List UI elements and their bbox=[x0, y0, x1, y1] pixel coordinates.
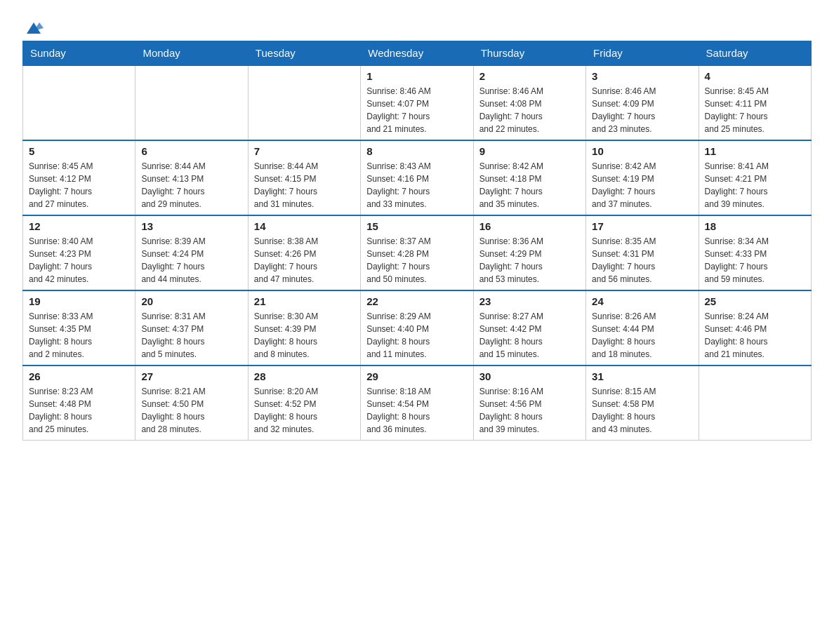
column-header-tuesday: Tuesday bbox=[248, 41, 360, 66]
day-number: 4 bbox=[705, 70, 805, 82]
calendar-header-row: SundayMondayTuesdayWednesdayThursdayFrid… bbox=[23, 41, 812, 66]
calendar-cell: 29Sunrise: 8:18 AMSunset: 4:54 PMDayligh… bbox=[361, 365, 473, 441]
day-info: Sunrise: 8:37 AMSunset: 4:28 PMDaylight:… bbox=[366, 235, 467, 286]
day-info: Sunrise: 8:46 AMSunset: 4:08 PMDaylight:… bbox=[479, 85, 580, 135]
day-number: 15 bbox=[366, 220, 467, 232]
day-info: Sunrise: 8:35 AMSunset: 4:31 PMDaylight:… bbox=[592, 235, 692, 286]
day-info: Sunrise: 8:45 AMSunset: 4:11 PMDaylight:… bbox=[705, 85, 805, 135]
day-number: 30 bbox=[479, 370, 580, 382]
calendar-cell: 10Sunrise: 8:42 AMSunset: 4:19 PMDayligh… bbox=[586, 140, 699, 215]
day-info: Sunrise: 8:39 AMSunset: 4:24 PMDaylight:… bbox=[141, 235, 241, 286]
day-number: 21 bbox=[254, 295, 355, 307]
calendar-cell: 28Sunrise: 8:20 AMSunset: 4:52 PMDayligh… bbox=[248, 365, 360, 441]
day-number: 5 bbox=[29, 145, 129, 157]
day-number: 20 bbox=[141, 295, 241, 307]
logo bbox=[22, 17, 44, 32]
calendar-table: SundayMondayTuesdayWednesdayThursdayFrid… bbox=[22, 41, 812, 441]
column-header-monday: Monday bbox=[135, 41, 248, 66]
calendar-cell: 8Sunrise: 8:43 AMSunset: 4:16 PMDaylight… bbox=[361, 140, 473, 215]
day-info: Sunrise: 8:26 AMSunset: 4:44 PMDaylight:… bbox=[592, 310, 692, 361]
day-number: 1 bbox=[366, 70, 467, 82]
day-number: 12 bbox=[29, 220, 129, 232]
day-number: 3 bbox=[592, 70, 692, 82]
day-info: Sunrise: 8:41 AMSunset: 4:21 PMDaylight:… bbox=[705, 160, 805, 210]
day-info: Sunrise: 8:18 AMSunset: 4:54 PMDaylight:… bbox=[366, 385, 467, 436]
column-header-wednesday: Wednesday bbox=[361, 41, 473, 66]
day-number: 19 bbox=[29, 295, 129, 307]
day-number: 23 bbox=[479, 295, 580, 307]
day-info: Sunrise: 8:21 AMSunset: 4:50 PMDaylight:… bbox=[141, 385, 241, 436]
calendar-cell: 23Sunrise: 8:27 AMSunset: 4:42 PMDayligh… bbox=[473, 290, 585, 365]
day-number: 11 bbox=[705, 145, 805, 157]
calendar-cell: 25Sunrise: 8:24 AMSunset: 4:46 PMDayligh… bbox=[699, 290, 811, 365]
calendar-cell bbox=[248, 65, 360, 140]
day-number: 31 bbox=[592, 370, 692, 382]
day-info: Sunrise: 8:16 AMSunset: 4:56 PMDaylight:… bbox=[479, 385, 580, 436]
page-header bbox=[22, 17, 812, 32]
calendar-cell: 15Sunrise: 8:37 AMSunset: 4:28 PMDayligh… bbox=[361, 215, 473, 290]
day-number: 13 bbox=[141, 220, 241, 232]
day-info: Sunrise: 8:40 AMSunset: 4:23 PMDaylight:… bbox=[29, 235, 129, 286]
calendar-cell: 19Sunrise: 8:33 AMSunset: 4:35 PMDayligh… bbox=[23, 290, 135, 365]
day-info: Sunrise: 8:24 AMSunset: 4:46 PMDaylight:… bbox=[705, 310, 805, 361]
day-number: 6 bbox=[141, 145, 241, 157]
day-number: 18 bbox=[705, 220, 805, 232]
day-info: Sunrise: 8:29 AMSunset: 4:40 PMDaylight:… bbox=[366, 310, 467, 361]
day-info: Sunrise: 8:33 AMSunset: 4:35 PMDaylight:… bbox=[29, 310, 129, 361]
calendar-cell: 21Sunrise: 8:30 AMSunset: 4:39 PMDayligh… bbox=[248, 290, 360, 365]
day-number: 8 bbox=[366, 145, 467, 157]
calendar-cell bbox=[699, 365, 811, 441]
day-info: Sunrise: 8:45 AMSunset: 4:12 PMDaylight:… bbox=[29, 160, 129, 210]
calendar-cell: 14Sunrise: 8:38 AMSunset: 4:26 PMDayligh… bbox=[248, 215, 360, 290]
day-number: 22 bbox=[366, 295, 467, 307]
day-info: Sunrise: 8:42 AMSunset: 4:19 PMDaylight:… bbox=[592, 160, 692, 210]
day-info: Sunrise: 8:30 AMSunset: 4:39 PMDaylight:… bbox=[254, 310, 355, 361]
day-info: Sunrise: 8:36 AMSunset: 4:29 PMDaylight:… bbox=[479, 235, 580, 286]
day-info: Sunrise: 8:44 AMSunset: 4:13 PMDaylight:… bbox=[141, 160, 241, 210]
day-number: 7 bbox=[254, 145, 355, 157]
day-info: Sunrise: 8:43 AMSunset: 4:16 PMDaylight:… bbox=[366, 160, 467, 210]
day-info: Sunrise: 8:27 AMSunset: 4:42 PMDaylight:… bbox=[479, 310, 580, 361]
day-number: 2 bbox=[479, 70, 580, 82]
day-number: 24 bbox=[592, 295, 692, 307]
calendar-cell: 1Sunrise: 8:46 AMSunset: 4:07 PMDaylight… bbox=[361, 65, 473, 140]
logo-icon bbox=[24, 17, 44, 36]
calendar-cell: 4Sunrise: 8:45 AMSunset: 4:11 PMDaylight… bbox=[699, 65, 811, 140]
day-info: Sunrise: 8:42 AMSunset: 4:18 PMDaylight:… bbox=[479, 160, 580, 210]
calendar-cell: 11Sunrise: 8:41 AMSunset: 4:21 PMDayligh… bbox=[699, 140, 811, 215]
day-info: Sunrise: 8:38 AMSunset: 4:26 PMDaylight:… bbox=[254, 235, 355, 286]
day-info: Sunrise: 8:34 AMSunset: 4:33 PMDaylight:… bbox=[705, 235, 805, 286]
calendar-cell: 31Sunrise: 8:15 AMSunset: 4:58 PMDayligh… bbox=[586, 365, 699, 441]
day-info: Sunrise: 8:23 AMSunset: 4:48 PMDaylight:… bbox=[29, 385, 129, 436]
week-row-2: 5Sunrise: 8:45 AMSunset: 4:12 PMDaylight… bbox=[23, 140, 812, 215]
calendar-cell: 17Sunrise: 8:35 AMSunset: 4:31 PMDayligh… bbox=[586, 215, 699, 290]
day-info: Sunrise: 8:44 AMSunset: 4:15 PMDaylight:… bbox=[254, 160, 355, 210]
day-number: 17 bbox=[592, 220, 692, 232]
calendar-cell: 5Sunrise: 8:45 AMSunset: 4:12 PMDaylight… bbox=[23, 140, 135, 215]
day-number: 28 bbox=[254, 370, 355, 382]
calendar-cell: 26Sunrise: 8:23 AMSunset: 4:48 PMDayligh… bbox=[23, 365, 135, 441]
calendar-cell: 6Sunrise: 8:44 AMSunset: 4:13 PMDaylight… bbox=[135, 140, 248, 215]
day-number: 16 bbox=[479, 220, 580, 232]
day-number: 10 bbox=[592, 145, 692, 157]
calendar-cell: 13Sunrise: 8:39 AMSunset: 4:24 PMDayligh… bbox=[135, 215, 248, 290]
day-number: 9 bbox=[479, 145, 580, 157]
column-header-thursday: Thursday bbox=[473, 41, 585, 66]
calendar-cell: 20Sunrise: 8:31 AMSunset: 4:37 PMDayligh… bbox=[135, 290, 248, 365]
day-number: 25 bbox=[705, 295, 805, 307]
calendar-cell: 27Sunrise: 8:21 AMSunset: 4:50 PMDayligh… bbox=[135, 365, 248, 441]
week-row-4: 19Sunrise: 8:33 AMSunset: 4:35 PMDayligh… bbox=[23, 290, 812, 365]
day-number: 27 bbox=[141, 370, 241, 382]
column-header-sunday: Sunday bbox=[23, 41, 135, 66]
calendar-cell: 22Sunrise: 8:29 AMSunset: 4:40 PMDayligh… bbox=[361, 290, 473, 365]
day-info: Sunrise: 8:31 AMSunset: 4:37 PMDaylight:… bbox=[141, 310, 241, 361]
calendar-cell: 7Sunrise: 8:44 AMSunset: 4:15 PMDaylight… bbox=[248, 140, 360, 215]
day-number: 14 bbox=[254, 220, 355, 232]
calendar-cell: 16Sunrise: 8:36 AMSunset: 4:29 PMDayligh… bbox=[473, 215, 585, 290]
calendar-cell: 12Sunrise: 8:40 AMSunset: 4:23 PMDayligh… bbox=[23, 215, 135, 290]
day-info: Sunrise: 8:46 AMSunset: 4:07 PMDaylight:… bbox=[366, 85, 467, 135]
week-row-3: 12Sunrise: 8:40 AMSunset: 4:23 PMDayligh… bbox=[23, 215, 812, 290]
calendar-cell: 24Sunrise: 8:26 AMSunset: 4:44 PMDayligh… bbox=[586, 290, 699, 365]
calendar-cell: 18Sunrise: 8:34 AMSunset: 4:33 PMDayligh… bbox=[699, 215, 811, 290]
day-info: Sunrise: 8:46 AMSunset: 4:09 PMDaylight:… bbox=[592, 85, 692, 135]
